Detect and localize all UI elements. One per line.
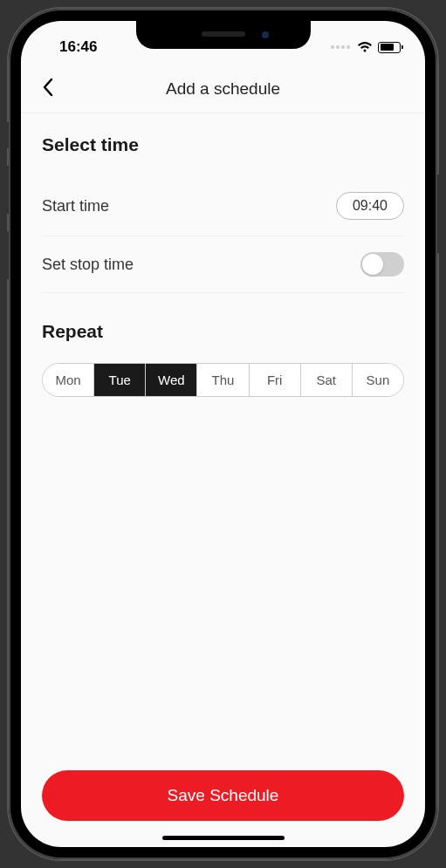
day-cell-wed[interactable]: Wed (146, 364, 197, 396)
stop-time-label: Set stop time (42, 256, 134, 274)
wifi-icon (357, 41, 373, 53)
day-cell-thu[interactable]: Thu (197, 364, 249, 396)
day-picker: MonTueWedThuFriSatSun (42, 363, 404, 397)
stop-time-toggle[interactable] (360, 252, 404, 277)
chevron-left-icon (42, 78, 54, 97)
battery-icon (378, 42, 401, 53)
start-time-row: Start time 09:40 (42, 176, 404, 236)
select-time-title: Select time (42, 134, 404, 155)
toggle-knob (362, 254, 383, 275)
page-title: Add a schedule (166, 79, 280, 99)
day-cell-sat[interactable]: Sat (301, 364, 353, 396)
start-time-picker[interactable]: 09:40 (336, 192, 404, 220)
home-indicator[interactable] (162, 836, 285, 840)
signal-dots-icon (331, 45, 350, 49)
save-schedule-button[interactable]: Save Schedule (42, 770, 404, 821)
back-button[interactable] (42, 78, 54, 100)
start-time-label: Start time (42, 197, 109, 215)
repeat-title: Repeat (42, 321, 404, 342)
footer: Save Schedule (21, 753, 425, 847)
day-cell-mon[interactable]: Mon (43, 364, 94, 396)
header: Add a schedule (21, 65, 425, 113)
stop-time-row: Set stop time (42, 236, 404, 293)
day-cell-fri[interactable]: Fri (250, 364, 301, 396)
status-time: 16:46 (45, 38, 97, 56)
notch (136, 21, 311, 49)
day-cell-tue[interactable]: Tue (94, 364, 146, 396)
phone-frame: 16:46 Add a schedule S (9, 9, 437, 859)
day-cell-sun[interactable]: Sun (353, 364, 403, 396)
content: Select time Start time 09:40 Set stop ti… (21, 113, 425, 753)
